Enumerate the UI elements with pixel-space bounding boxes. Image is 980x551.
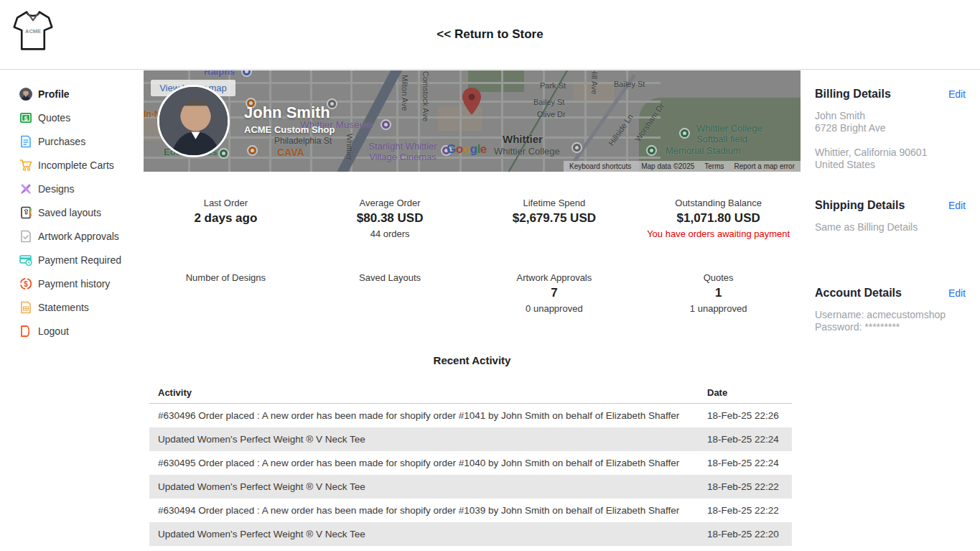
stat-value: $1,071.80 USD [636, 211, 801, 226]
sidebar-item-label: Artwork Approvals [38, 231, 119, 242]
billing-details-section: Billing Details Edit John Smith 6728 Bri… [815, 88, 966, 171]
edit-billing-link[interactable]: Edit [948, 88, 966, 100]
stat-label: Lifetime Spend [472, 198, 637, 208]
sidebar-item-profile[interactable]: Profile [0, 82, 144, 106]
stat-value: 2 days ago [144, 211, 308, 226]
grocery-pin-icon[interactable] [241, 70, 252, 77]
terms-link[interactable]: Terms [704, 162, 724, 170]
billing-street: 6728 Bright Ave [815, 122, 966, 134]
activity-date: 18-Feb-25 22:22 [707, 505, 792, 516]
stat-label: Last Order [144, 198, 308, 208]
stat-label: Outstanding Balance [636, 198, 801, 208]
restaurant-pin-icon[interactable] [247, 145, 258, 156]
google-letter: o [463, 142, 470, 156]
stats-row-2: Number of Designs Saved Layouts Artwork … [144, 272, 801, 314]
sidebar-item-payment-history[interactable]: $ Payment history [0, 272, 144, 295]
park-dot-icon[interactable] [218, 148, 229, 159]
shipping-details-section: Shipping Details Edit Same as Billing De… [815, 199, 966, 233]
recent-activity-title: Recent Activity [144, 354, 801, 366]
sidebar-item-payment-required[interactable]: Payment Required [0, 248, 144, 272]
profile-avatar-icon [19, 88, 32, 101]
sidebar-item-designs[interactable]: Designs [0, 177, 144, 200]
sidebar-item-label: Incomplete Carts [38, 159, 114, 171]
account-details-title: Account Details [815, 287, 902, 300]
sidebar-item-purchases[interactable]: Purchases [0, 129, 144, 153]
stat-label: Saved Layouts [308, 272, 472, 283]
edit-shipping-link[interactable]: Edit [948, 200, 966, 211]
google-letter: g [470, 142, 477, 156]
map-label-bailey-st: Bailey St [614, 80, 645, 88]
stat-average-order: Average Order $80.38 USD 44 orders [308, 198, 472, 239]
map-block [438, 106, 482, 131]
shipping-details-title: Shipping Details [815, 199, 905, 212]
customer-name: John Smith [244, 103, 330, 122]
sidebar-item-label: Purchases [38, 136, 85, 147]
sidebar-item-label: Payment history [38, 278, 110, 290]
sidebar-item-logout[interactable]: Logout [0, 319, 144, 343]
right-sidebar: Billing Details Edit John Smith 6728 Bri… [801, 70, 980, 551]
cinema-pin-icon[interactable] [441, 145, 452, 156]
activity-row: Updated Women's Perfect Weight ® V Neck … [149, 522, 792, 546]
stat-value: 1 [636, 286, 801, 300]
stadium-pin-icon[interactable] [646, 145, 657, 156]
map-label-bailey-st-2: Bailey St [533, 98, 564, 106]
map-label-whittier-street: Whittier [345, 134, 354, 160]
map-label-milton-ave: Milton Ave [401, 75, 409, 111]
stats-row-1: Last Order 2 days ago Average Order $80.… [144, 198, 801, 239]
column-header-activity: Activity [149, 387, 707, 398]
stat-value: $2,679.75 USD [472, 211, 637, 226]
activity-text: Updated Women's Perfect Weight ® V Neck … [149, 481, 707, 492]
stat-subtext: 0 unapproved [472, 303, 637, 314]
report-map-error-link[interactable]: Report a map error [734, 162, 795, 170]
edit-account-link[interactable]: Edit [948, 287, 966, 299]
museum-pin-icon[interactable] [381, 119, 391, 130]
college-pin-icon[interactable] [571, 142, 582, 153]
activity-text: #630494 Order placed : A new order has b… [149, 505, 707, 516]
map-data-text: Map data ©2025 [641, 162, 694, 170]
exit-door-icon [19, 325, 32, 338]
activity-row: #630494 Order placed : A new order has b… [149, 499, 792, 522]
shopping-cart-icon [19, 159, 32, 172]
sidebar-item-label: Payment Required [38, 254, 121, 266]
keyboard-shortcuts-link[interactable]: Keyboard shortcuts [569, 162, 631, 170]
map-label-whittier-college: Whittier College [494, 146, 560, 157]
stat-artwork-approvals: Artwork Approvals 7 0 unapproved [472, 272, 637, 314]
map-dim-overlay [144, 70, 801, 172]
map-label-whittier-museum: Whittier Museum [300, 119, 373, 130]
sidebar-item-saved-layouts[interactable]: Saved layouts [0, 200, 144, 224]
map-label-starlight-cinemas: Starlight Whittier Village Cinemas [361, 142, 444, 163]
activity-row: Updated Women's Perfect Weight ® V Neck … [149, 475, 792, 499]
svg-text:$: $ [24, 114, 27, 121]
stat-last-order: Last Order 2 days ago [144, 198, 308, 239]
layout-notebook-icon [19, 206, 32, 219]
map-park-area [468, 70, 524, 92]
main-content: Ralphs In-N- EōS Fitness CAVA Philadelph… [144, 70, 801, 551]
sidebar-item-artwork-approvals[interactable]: Artwork Approvals [0, 224, 144, 248]
stat-saved-layouts: Saved Layouts [308, 272, 472, 314]
map-label-comstock-ave: Comstock Ave [421, 71, 430, 121]
sidebar-item-statements[interactable]: Statements [0, 295, 144, 319]
stat-quotes: Quotes 1 1 unapproved [636, 272, 801, 314]
activity-table: Activity Date #630496 Order placed : A n… [149, 382, 792, 551]
map-label-cava: CAVA [277, 147, 304, 158]
sidebar-item-incomplete-carts[interactable]: Incomplete Carts [0, 153, 144, 177]
google-logo[interactable]: Google [447, 142, 487, 157]
map-label-memorial-stadium: Memorial Stadium [666, 145, 741, 156]
sidebar-item-quotes[interactable]: $ Quotes [0, 106, 144, 129]
svg-text:$: $ [24, 279, 28, 287]
return-to-store-link[interactable]: << Return to Store [0, 27, 980, 42]
softball-pin-icon[interactable] [679, 128, 690, 139]
activity-date: 18-Feb-25 22:24 [707, 434, 792, 445]
billing-country: United States [815, 159, 966, 171]
stat-value: 7 [472, 286, 637, 300]
school-pin-icon[interactable] [327, 98, 337, 109]
location-marker-icon[interactable] [462, 88, 481, 115]
activity-row: Updated Women's Perfect Weight ® V Neck … [149, 427, 792, 451]
map-block [144, 114, 185, 141]
account-password: Password: ********* [815, 321, 966, 333]
restaurant-pin-icon[interactable] [246, 98, 256, 108]
profile-header-overlay: John Smith ACME Custom Shop [144, 70, 801, 172]
location-map[interactable]: Ralphs In-N- EōS Fitness CAVA Philadelph… [144, 70, 801, 172]
document-check-icon [19, 230, 32, 243]
view-larger-map-button[interactable]: View larger map [151, 80, 235, 96]
